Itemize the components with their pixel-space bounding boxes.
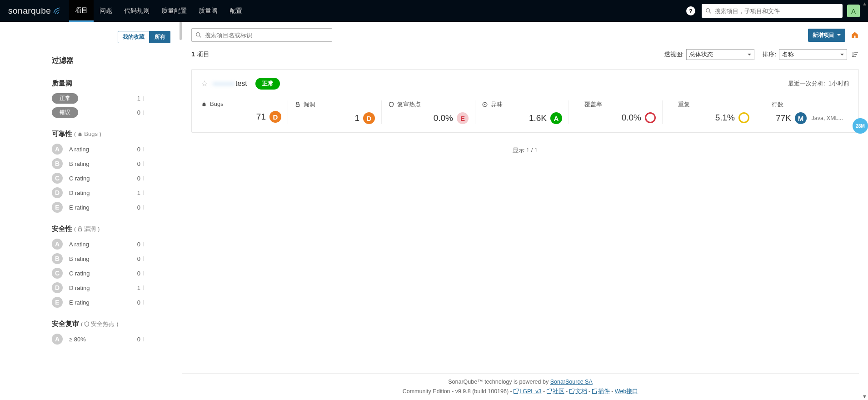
avatar-letter: A — [851, 7, 856, 15]
svg-rect-8 — [79, 229, 82, 231]
project-name[interactable]: ——— test — [213, 80, 247, 88]
rating-badge-D: D — [52, 187, 63, 198]
footer-link[interactable]: 插件 — [592, 388, 610, 395]
metric-value: 0.0% — [434, 113, 453, 123]
filter-row[interactable]: BB rating0 — [52, 158, 170, 169]
metric-value: 77K — [776, 113, 791, 123]
nav-tab-1[interactable]: 问题 — [94, 0, 118, 22]
filter-heading-security: 安全性( 漏洞 ) — [52, 225, 170, 233]
scroll-down-arrow[interactable]: ▼ — [862, 394, 867, 399]
lines-icon — [763, 101, 769, 108]
global-search[interactable] — [702, 4, 843, 18]
favorite-star-icon[interactable]: ☆ — [201, 79, 208, 89]
logo[interactable]: sonarqube — [8, 6, 61, 16]
nav-tab-4[interactable]: 质量阈 — [193, 0, 224, 22]
footer-link[interactable]: 文档 — [569, 388, 587, 395]
project-search[interactable] — [191, 28, 332, 42]
project-card: ☆ ——— test 正常 最近一次分析: 1小时前 Bugs71D漏洞1D复审… — [191, 69, 859, 133]
filter-section-security: 安全性( 漏洞 )AA rating0BB rating0CC rating0D… — [52, 225, 170, 308]
rating-badge-B: B — [52, 253, 63, 264]
sort-value: 名称 — [782, 50, 794, 59]
filter-row[interactable]: AA rating0 — [52, 239, 170, 250]
nav-tab-3[interactable]: 质量配置 — [155, 0, 193, 22]
nav-tab-0[interactable]: 项目 — [69, 0, 94, 22]
lock-icon — [294, 101, 301, 108]
bug-icon — [201, 101, 207, 107]
project-search-input[interactable] — [204, 31, 328, 39]
new-project-button[interactable]: 新增项目 — [808, 29, 845, 42]
svg-line-7 — [81, 135, 82, 135]
external-link-icon — [592, 389, 597, 394]
project-count-number: 1 — [191, 50, 195, 58]
footer-link[interactable]: LGPL v3 — [514, 388, 541, 395]
scroll-up-arrow[interactable]: ▲ — [862, 1, 867, 6]
metric-重复[interactable]: 重复5.1% — [662, 100, 756, 124]
filter-row[interactable]: AA rating0 — [52, 144, 170, 155]
svg-point-0 — [706, 9, 710, 12]
rating-ring — [738, 112, 749, 123]
footer: SonarQube™ technology is powered by Sona… — [182, 373, 859, 400]
perspective-select[interactable]: 总体状态 — [686, 49, 754, 60]
metric-value: 71 — [256, 112, 266, 122]
help-icon[interactable]: ? — [686, 6, 695, 15]
footer-sonarsource-link[interactable]: SonarSource SA — [550, 379, 593, 385]
filter-row[interactable]: 正常1 — [52, 93, 170, 104]
nav-tab-2[interactable]: 代码规则 — [118, 0, 155, 22]
filter-row[interactable]: 错误0 — [52, 107, 170, 118]
smell-icon — [482, 101, 488, 108]
footer-web-api-link[interactable]: Web接口 — [615, 388, 638, 395]
sidebar: 我的收藏 所有 过滤器 质量阈正常1错误0可靠性( Bugs )AA ratin… — [0, 22, 180, 400]
new-project-label: 新增项目 — [813, 31, 834, 39]
rating-badge-D: D — [269, 111, 281, 123]
metric-漏洞[interactable]: 漏洞1D — [288, 100, 381, 124]
last-analysis-value: 1小时前 — [828, 80, 849, 87]
filter-section-security_review: 安全复审( 安全热点 )A≥ 80%0 — [52, 320, 170, 345]
dupe-icon — [669, 101, 675, 108]
svg-line-1 — [709, 12, 711, 14]
nav-tabs: 项目问题代码规则质量配置质量阈配置 — [69, 0, 248, 22]
chevron-down-icon — [840, 54, 844, 55]
tab-all[interactable]: 所有 — [150, 31, 170, 43]
metric-异味[interactable]: 异味1.6KA — [475, 100, 569, 124]
rating-badge-A: A — [52, 144, 63, 155]
filter-row[interactable]: CC rating0 — [52, 268, 170, 279]
home-icon[interactable] — [851, 31, 859, 39]
chevron-down-icon — [837, 34, 841, 36]
filter-row[interactable]: A≥ 80%0 — [52, 334, 170, 345]
rating-badge-D: D — [363, 112, 375, 124]
project-count: 1 项目 — [191, 50, 210, 59]
filter-section-reliability: 可靠性( Bugs )AA rating0BB rating0CC rating… — [52, 130, 170, 213]
sort-select[interactable]: 名称 — [779, 49, 847, 60]
sort-label: 排序: — [763, 50, 776, 59]
nav-tab-5[interactable]: 配置 — [224, 0, 248, 22]
tab-my-favorites[interactable]: 我的收藏 — [118, 31, 150, 43]
rating-ring — [645, 112, 656, 123]
rating-badge-M: M — [795, 112, 807, 124]
sort-direction-icon[interactable] — [852, 51, 859, 58]
favorite-tabs: 我的收藏 所有 — [52, 31, 170, 43]
quality-gate-badge: 正常 — [255, 78, 280, 90]
global-search-input[interactable] — [714, 7, 839, 15]
top-nav: sonarqube 项目问题代码规则质量配置质量阈配置 ? A — [0, 0, 868, 22]
filter-row[interactable]: DD rating1 — [52, 282, 170, 293]
metric-Bugs[interactable]: Bugs71D — [201, 100, 288, 124]
metric-复审热点[interactable]: 复审热点0.0%E — [381, 100, 475, 124]
filter-row[interactable]: DD rating1 — [52, 187, 170, 198]
filter-heading-security_review: 安全复审( 安全热点 ) — [52, 320, 170, 328]
filter-row[interactable]: EE rating0 — [52, 297, 170, 308]
filter-pill: 错误 — [52, 107, 78, 118]
rating-badge-D: D — [52, 282, 63, 293]
filter-row[interactable]: BB rating0 — [52, 253, 170, 264]
filter-row[interactable]: CC rating0 — [52, 173, 170, 184]
floating-badge[interactable]: 28M — [853, 118, 868, 134]
metric-行数[interactable]: 行数77KM Java, XML... — [756, 100, 849, 124]
footer-link[interactable]: 社区 — [547, 388, 564, 395]
filter-pill: 正常 — [52, 93, 78, 104]
filter-row[interactable]: EE rating0 — [52, 202, 170, 213]
metric-value: 5.1% — [715, 113, 735, 123]
avatar[interactable]: A — [847, 5, 860, 17]
last-analysis: 最近一次分析: 1小时前 — [788, 80, 849, 88]
svg-point-2 — [79, 133, 82, 136]
filter-heading-reliability: 可靠性( Bugs ) — [52, 130, 170, 138]
metric-覆盖率[interactable]: 覆盖率0.0% — [569, 100, 662, 124]
